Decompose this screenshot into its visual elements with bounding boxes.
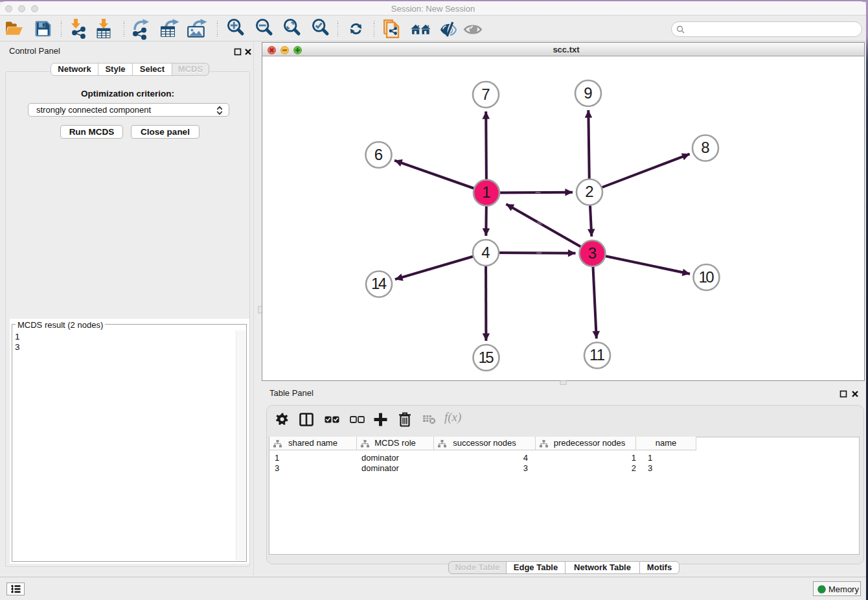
svg-text:6: 6 bbox=[374, 146, 383, 163]
svg-text:10: 10 bbox=[699, 268, 714, 286]
svg-text:7: 7 bbox=[481, 86, 490, 103]
svg-text:3: 3 bbox=[588, 244, 597, 262]
svg-text:11: 11 bbox=[589, 346, 605, 363]
svg-text:2: 2 bbox=[585, 183, 593, 200]
svg-text:9: 9 bbox=[584, 84, 592, 102]
svg-text:14: 14 bbox=[371, 275, 387, 292]
svg-text:15: 15 bbox=[479, 349, 494, 366]
svg-text:4: 4 bbox=[481, 244, 490, 261]
svg-text:1: 1 bbox=[482, 183, 490, 201]
svg-text:8: 8 bbox=[701, 139, 709, 156]
